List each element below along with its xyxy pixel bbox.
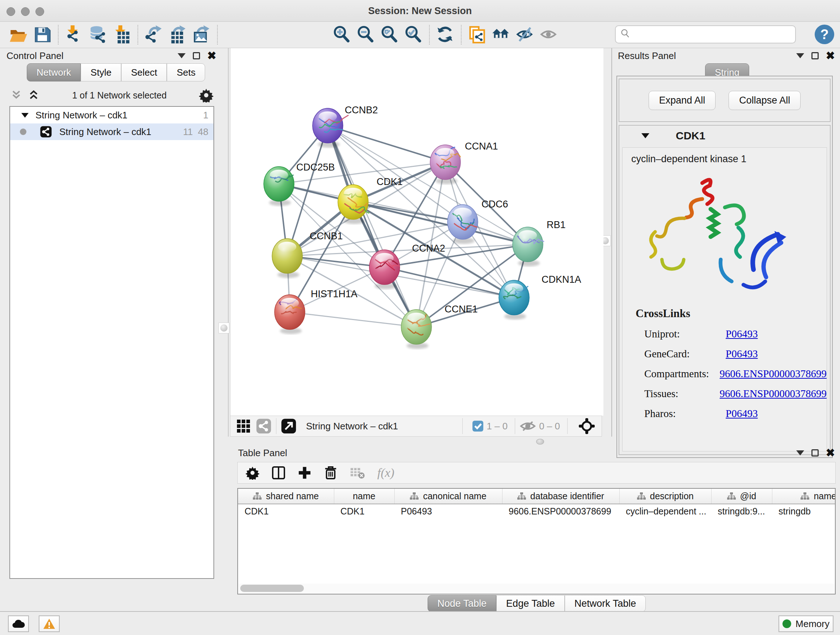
export-table-button[interactable]: [167, 25, 188, 45]
collapse-all-tree-icon[interactable]: [27, 89, 40, 101]
add-column-icon[interactable]: [298, 466, 311, 480]
column-type-icon: [801, 492, 809, 500]
column-type-icon: [253, 492, 262, 500]
table-horizontal-scrollbar[interactable]: [239, 584, 834, 593]
tab-network-table[interactable]: Network Table: [565, 595, 646, 612]
help-button[interactable]: ?: [815, 25, 834, 44]
left-splitter[interactable]: [228, 48, 229, 437]
network-view-canvas[interactable]: CCNB2CCNA1CDC25BCDK1CDC6RB1CCNB1CCNA2CDK…: [230, 48, 603, 416]
crosslink-link[interactable]: P06493: [726, 408, 758, 420]
network-node-HIST1H1A[interactable]: [275, 295, 305, 334]
tab-edge-table[interactable]: Edge Table: [496, 595, 565, 612]
panel-float-icon[interactable]: [193, 52, 200, 59]
left-splitter-handle[interactable]: [218, 323, 229, 333]
crosslink-link[interactable]: P06493: [726, 328, 758, 340]
zoom-out-button[interactable]: [355, 25, 376, 45]
import-table-button[interactable]: [112, 25, 132, 45]
network-node-CCNA1[interactable]: [430, 145, 461, 184]
network-node-CDKN1A[interactable]: [499, 280, 529, 320]
import-network-from-database-button[interactable]: [88, 25, 108, 45]
column-header-description[interactable]: description: [619, 489, 711, 504]
panel-collapse-icon[interactable]: [178, 53, 186, 58]
collapse-all-button[interactable]: Collapse All: [729, 91, 801, 110]
zoom-in-button[interactable]: [332, 25, 352, 45]
column-header-name[interactable]: name: [334, 489, 394, 504]
table-cell[interactable]: stringdb:9...: [711, 504, 772, 518]
expand-all-button[interactable]: Expand All: [649, 91, 716, 110]
results-collapse-icon[interactable]: [796, 53, 804, 58]
show-graphics-details-button[interactable]: [538, 25, 559, 45]
network-collection-row[interactable]: String Network – cdk1 1: [10, 107, 213, 124]
search-input[interactable]: [631, 29, 795, 40]
table-gear-icon[interactable]: [246, 466, 259, 480]
expand-all-tree-icon[interactable]: [10, 89, 22, 101]
share-view-icon[interactable]: [256, 418, 272, 434]
panel-close-icon[interactable]: ✖: [207, 52, 216, 59]
crosslink-row: GeneCard: P06493: [622, 348, 827, 360]
column-header-shared-name[interactable]: shared name: [238, 489, 334, 504]
column-header-namespace[interactable]: namespace: [772, 489, 836, 504]
node-table[interactable]: shared namename canonical name database …: [237, 488, 836, 594]
warning-status-button[interactable]: [39, 616, 60, 632]
table-cell[interactable]: P06493: [394, 504, 502, 518]
open-in-window-icon[interactable]: [281, 418, 297, 434]
table-float-icon[interactable]: [812, 449, 819, 456]
network-node-RB1[interactable]: [513, 227, 544, 266]
network-options-gear-icon[interactable]: [199, 88, 213, 103]
window-title: Session: New Session: [0, 0, 840, 22]
results-close-icon[interactable]: ✖: [826, 52, 835, 59]
open-file-button[interactable]: [8, 25, 28, 45]
show-graphics-icon: [539, 25, 558, 44]
table-cell[interactable]: stringdb: [772, 504, 836, 518]
tab-style[interactable]: Style: [81, 63, 121, 81]
zoom-selected-button[interactable]: [403, 25, 424, 45]
node-label-CDKN1A: CDKN1A: [542, 274, 581, 285]
show-columns-icon[interactable]: [272, 466, 286, 480]
crosslink-label: Compartments:: [644, 368, 720, 380]
table-collapse-icon[interactable]: [796, 450, 804, 455]
table-row[interactable]: CDK1CDK1P064939606.ENSP00000378699cyclin…: [238, 504, 836, 518]
results-float-icon[interactable]: [812, 52, 819, 59]
network-node-CCNB1[interactable]: [272, 239, 302, 278]
crosslink-link[interactable]: P06493: [726, 348, 758, 360]
table-cell[interactable]: cyclin–dependent ...: [619, 504, 711, 518]
table-close-icon[interactable]: ✖: [826, 449, 835, 456]
cloud-status-button[interactable]: [8, 616, 29, 632]
hidden-eye-icon[interactable]: [519, 420, 536, 432]
tab-select[interactable]: Select: [121, 63, 167, 81]
delete-column-icon[interactable]: [324, 466, 338, 480]
network-row[interactable]: String Network – cdk1 11 48: [10, 124, 213, 140]
import-network-button[interactable]: [64, 25, 84, 45]
selected-checkbox-icon[interactable]: [472, 420, 484, 432]
table-cell[interactable]: CDK1: [238, 504, 334, 518]
tab-sets[interactable]: Sets: [167, 63, 205, 81]
horizontal-splitter-handle[interactable]: [536, 439, 544, 445]
apply-preferred-layout-button[interactable]: [491, 25, 511, 45]
apply-layout-refresh-button[interactable]: [435, 25, 455, 45]
column-header-database-identifier[interactable]: database identifier: [502, 489, 619, 504]
tree-expand-icon[interactable]: [21, 112, 29, 118]
export-network-button[interactable]: [144, 25, 164, 45]
protein-collapse-icon[interactable]: [641, 133, 650, 139]
column-header-canonical-name[interactable]: canonical name: [394, 489, 502, 504]
zoom-fit-content-button[interactable]: [379, 25, 400, 45]
network-node-CCNB2[interactable]: [313, 108, 348, 148]
table-cell[interactable]: CDK1: [334, 504, 394, 518]
column-header--id[interactable]: @id: [711, 489, 772, 504]
save-session-button[interactable]: [32, 25, 52, 45]
tab-network[interactable]: Network: [27, 63, 81, 81]
crosslink-link[interactable]: 9606.ENSP00000378699: [720, 388, 827, 400]
crosslink-row: Compartments: 9606.ENSP00000378699: [622, 368, 827, 380]
hide-graphics-details-button[interactable]: [515, 25, 535, 45]
export-image-button[interactable]: [191, 25, 212, 45]
tab-node-table[interactable]: Node Table: [428, 595, 496, 612]
birdseye-navigator-icon[interactable]: [578, 418, 595, 434]
memory-button[interactable]: Memory: [778, 616, 834, 632]
view-grid-icon[interactable]: [236, 419, 251, 433]
table-cell[interactable]: 9606.ENSP00000378699: [502, 504, 619, 518]
collection-count: 1: [203, 110, 213, 121]
crosslink-link[interactable]: 9606.ENSP00000378699: [720, 368, 827, 380]
new-network-from-selection-button[interactable]: [467, 25, 487, 45]
network-node-CCNE1[interactable]: [401, 310, 431, 349]
network-node-CDC25B[interactable]: [264, 166, 294, 206]
